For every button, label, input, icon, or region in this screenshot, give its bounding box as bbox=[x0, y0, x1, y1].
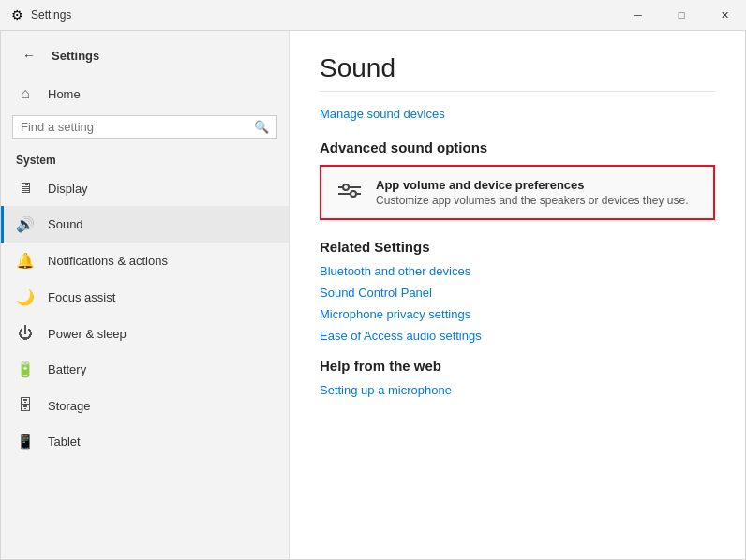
sidebar-item-storage-label: Storage bbox=[48, 399, 91, 413]
display-icon: 🖥 bbox=[16, 180, 35, 197]
sidebar-header: ← Settings bbox=[1, 31, 289, 76]
power-sleep-icon: ⏻ bbox=[16, 325, 35, 342]
app-volume-card-desc: Customize app volumes and the speakers o… bbox=[376, 194, 689, 207]
sidebar-item-tablet-label: Tablet bbox=[48, 435, 81, 449]
focus-assist-icon: 🌙 bbox=[16, 288, 35, 306]
app-volume-card[interactable]: App volume and device preferences Custom… bbox=[320, 165, 715, 220]
sidebar-item-battery-label: Battery bbox=[48, 362, 86, 376]
setup-microphone-link[interactable]: Setting up a microphone bbox=[320, 383, 715, 397]
search-icon: 🔍 bbox=[254, 120, 269, 134]
related-settings-title: Related Settings bbox=[320, 239, 715, 255]
sidebar-item-display-label: Display bbox=[48, 182, 88, 196]
svg-point-1 bbox=[343, 184, 349, 190]
sidebar-item-sound-label: Sound bbox=[48, 217, 83, 231]
title-bar-left: ⚙ Settings bbox=[11, 7, 71, 22]
minimize-button[interactable]: ─ bbox=[617, 0, 660, 30]
close-button[interactable]: ✕ bbox=[703, 0, 746, 30]
content-area: Sound Manage sound devices Advanced soun… bbox=[290, 31, 745, 559]
sidebar-title: Settings bbox=[52, 49, 99, 63]
system-section-label: System bbox=[1, 148, 289, 170]
bluetooth-devices-link[interactable]: Bluetooth and other devices bbox=[320, 264, 715, 278]
sidebar-item-notifications-label: Notifications & actions bbox=[48, 254, 168, 268]
help-from-web-title: Help from the web bbox=[320, 358, 715, 374]
sidebar-item-power-sleep-label: Power & sleep bbox=[48, 327, 127, 341]
ease-of-access-audio-link[interactable]: Ease of Access audio settings bbox=[320, 329, 715, 343]
settings-app-icon: ⚙ bbox=[11, 7, 23, 22]
storage-icon: 🗄 bbox=[16, 397, 35, 414]
sidebar-item-focus-assist-label: Focus assist bbox=[48, 290, 115, 304]
sidebar-item-battery[interactable]: 🔋 Battery bbox=[1, 351, 289, 388]
sidebar-item-tablet[interactable]: 📱 Tablet bbox=[1, 423, 289, 460]
page-title: Sound bbox=[320, 53, 715, 83]
app-volume-card-text: App volume and device preferences Custom… bbox=[376, 178, 689, 207]
sidebar-item-home[interactable]: ⌂ Home bbox=[1, 76, 289, 111]
home-icon: ⌂ bbox=[16, 85, 35, 102]
sidebar-item-focus-assist[interactable]: 🌙 Focus assist bbox=[1, 279, 289, 316]
maximize-button[interactable]: □ bbox=[660, 0, 703, 30]
sidebar-item-home-label: Home bbox=[48, 87, 81, 101]
battery-icon: 🔋 bbox=[16, 361, 35, 378]
title-bar-title: Settings bbox=[31, 8, 71, 22]
advanced-sound-options-title: Advanced sound options bbox=[320, 140, 715, 155]
search-input[interactable] bbox=[21, 120, 248, 134]
app-body: ← Settings ⌂ Home 🔍 System 🖥 Display 🔊 S… bbox=[0, 30, 746, 560]
manage-sound-devices-link[interactable]: Manage sound devices bbox=[320, 107, 445, 121]
app-volume-card-title: App volume and device preferences bbox=[376, 178, 689, 192]
notifications-icon: 🔔 bbox=[16, 252, 35, 270]
sound-icon: 🔊 bbox=[16, 215, 35, 233]
sidebar-item-display[interactable]: 🖥 Display bbox=[1, 170, 289, 206]
sidebar: ← Settings ⌂ Home 🔍 System 🖥 Display 🔊 S… bbox=[1, 31, 290, 559]
title-divider bbox=[320, 91, 715, 92]
back-button[interactable]: ← bbox=[16, 42, 42, 68]
back-arrow-icon: ← bbox=[22, 48, 36, 63]
title-bar-controls: ─ □ ✕ bbox=[617, 0, 746, 30]
sound-control-panel-link[interactable]: Sound Control Panel bbox=[320, 286, 715, 300]
svg-point-3 bbox=[351, 191, 356, 197]
sidebar-item-power-sleep[interactable]: ⏻ Power & sleep bbox=[1, 316, 289, 351]
sidebar-item-sound[interactable]: 🔊 Sound bbox=[1, 206, 289, 243]
app-volume-icon bbox=[336, 180, 363, 206]
title-bar: ⚙ Settings ─ □ ✕ bbox=[0, 0, 746, 30]
search-box[interactable]: 🔍 bbox=[12, 115, 277, 139]
sidebar-item-storage[interactable]: 🗄 Storage bbox=[1, 388, 289, 423]
sidebar-item-notifications[interactable]: 🔔 Notifications & actions bbox=[1, 243, 289, 279]
tablet-icon: 📱 bbox=[16, 433, 35, 450]
microphone-privacy-link[interactable]: Microphone privacy settings bbox=[320, 307, 715, 321]
